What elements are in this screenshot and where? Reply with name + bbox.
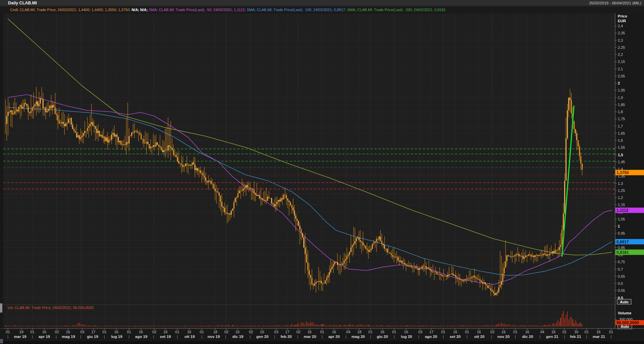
svg-text:1,45: 1,45 [618,160,625,164]
svg-text:16: 16 [260,330,264,334]
svg-text:|: | [539,335,540,339]
svg-text:|: | [467,335,468,339]
svg-text:|: | [201,335,202,339]
svg-text:04: 04 [346,330,350,334]
svg-text:98.000,0000: 98.000,0000 [616,320,639,325]
svg-text:02: 02 [296,330,300,334]
svg-text:apr 19: apr 19 [39,335,50,339]
chart-window: { "window": { "title": "Daily CLAB.MI", … [0,0,644,344]
svg-text:18: 18 [357,330,361,334]
svg-text:0,65: 0,65 [618,274,625,278]
price-axis-auto-button[interactable]: Auto [617,299,631,304]
svg-text:|: | [250,335,251,339]
svg-text:0,95: 0,95 [618,231,625,235]
svg-text:01: 01 [513,330,517,334]
chart-plot-area[interactable] [3,13,615,329]
volume-last-label: 98.000,0000 [615,320,644,325]
svg-text:16: 16 [332,330,336,334]
svg-text:ago 19: ago 19 [135,335,147,339]
time-axis[interactable]: |mar 190118|apr 190116|mag 190216|giu 19… [0,329,615,340]
svg-text:1,5: 1,5 [618,153,623,157]
svg-text:1,15: 1,15 [618,203,625,207]
svg-text:01: 01 [585,330,589,334]
svg-text:|: | [128,335,129,339]
svg-text:1,55: 1,55 [618,145,625,149]
svg-text:16: 16 [66,330,70,334]
chart-canvas[interactable]: PriceEUR2,42,352,32,252,22,152,12,0521,9… [0,0,644,344]
svg-text:Price: Price [618,14,627,18]
svg-text:mar 21: mar 21 [593,335,605,339]
svg-text:|: | [611,335,612,339]
svg-text:2,15: 2,15 [618,60,625,64]
svg-text:16: 16 [596,330,600,334]
svg-text:16: 16 [501,330,506,334]
svg-text:EUR: EUR [618,19,626,23]
volume-legend[interactable]: Vol; CLAB.MI; Trade Price; 24/02/2021; 9… [7,306,93,310]
svg-text:0,75: 0,75 [618,260,625,264]
svg-text:ott 19: ott 19 [185,335,195,339]
svg-text:01: 01 [609,330,613,334]
svg-text:2,35: 2,35 [618,31,625,35]
svg-text:1,25: 1,25 [618,188,625,193]
svg-text:|: | [586,335,587,339]
svg-text:giu 20: giu 20 [377,335,388,339]
svg-text:1,7: 1,7 [618,124,623,128]
svg-text:feb 20: feb 20 [281,335,292,339]
svg-text:16: 16 [525,330,529,334]
svg-text:01: 01 [465,330,469,334]
svg-text:nov 19: nov 19 [208,335,220,339]
svg-text:|: | [153,335,154,339]
svg-text:|: | [394,335,395,339]
price-axis[interactable]: PriceEUR2,42,352,32,252,22,152,12,0521,9… [615,13,644,303]
svg-text:1,3750: 1,3750 [616,170,629,175]
svg-text:04: 04 [540,330,544,334]
svg-text:16: 16 [308,330,312,334]
svg-text:01: 01 [175,330,179,334]
price-label-last-price: 1,3750 [615,170,644,175]
svg-text:mag 19: mag 19 [62,335,75,339]
svg-text:01: 01 [6,330,10,334]
svg-text:16: 16 [114,330,118,334]
svg-text:mar 20: mar 20 [304,335,316,339]
svg-text:|: | [274,335,275,339]
scrollbar-grip[interactable] [0,339,3,343]
svg-text:0,6: 0,6 [618,281,623,285]
svg-text:01: 01 [320,330,324,334]
svg-text:|: | [225,335,226,339]
svg-text:0,55: 0,55 [618,288,625,293]
svg-text:16: 16 [380,330,384,334]
svg-text:set 19: set 19 [160,335,171,339]
svg-text:1,3: 1,3 [618,181,623,185]
svg-text:|: | [297,335,298,339]
svg-text:mar 19: mar 19 [14,335,26,339]
svg-text:|: | [443,335,444,339]
svg-text:2,2: 2,2 [618,53,623,57]
svg-text:lug 19: lug 19 [111,335,122,339]
svg-text:lug 20: lug 20 [401,335,412,339]
svg-text:02: 02 [152,330,156,334]
svg-text:|: | [418,335,419,339]
svg-text:18: 18 [213,330,217,334]
svg-text:set 20: set 20 [450,335,461,339]
svg-text:03: 03 [80,330,84,334]
svg-text:0,85: 0,85 [618,246,625,250]
svg-text:|: | [177,335,178,339]
svg-text:03: 03 [418,330,422,334]
svg-text:17: 17 [285,330,289,334]
svg-text:|: | [7,335,8,339]
svg-text:0,8917: 0,8917 [616,240,629,244]
pane-splitter-grip[interactable] [0,303,2,313]
svg-text:1,95: 1,95 [618,88,625,92]
svg-text:dic 19: dic 19 [232,335,243,339]
svg-text:02: 02 [249,330,253,334]
svg-text:01: 01 [562,330,566,334]
svg-text:01: 01 [441,330,445,334]
svg-text:17: 17 [91,330,95,334]
svg-text:|: | [346,335,347,339]
svg-text:ago 20: ago 20 [425,335,437,339]
svg-text:|: | [56,335,57,339]
svg-text:|: | [322,335,323,339]
svg-text:|: | [32,335,33,339]
svg-text:16: 16 [187,330,191,334]
bottom-scroll-strip[interactable] [0,341,644,344]
